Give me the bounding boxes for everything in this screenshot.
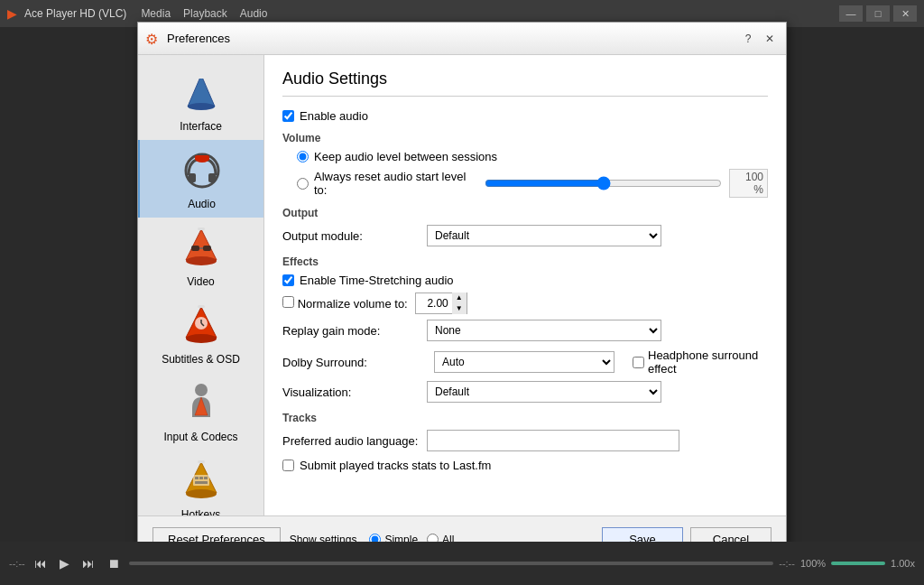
replay-gain-row: Replay gain mode: None Track Album bbox=[282, 320, 768, 341]
dialog-close-button[interactable]: ✕ bbox=[761, 30, 779, 48]
visualization-row: Visualization: Default Spectrum Scope No… bbox=[282, 381, 768, 403]
enable-audio-checkbox[interactable] bbox=[282, 110, 294, 122]
output-module-label: Output module: bbox=[282, 229, 427, 243]
preferences-dialog: ⚙ Preferences ? ✕ bbox=[137, 22, 787, 563]
sidebar-item-subtitles[interactable]: Subtitles & OSD bbox=[138, 295, 263, 373]
preferred-lang-row: Preferred audio language: bbox=[282, 430, 768, 451]
replay-gain-select[interactable]: None Track Album bbox=[427, 320, 661, 341]
volume-bar[interactable] bbox=[831, 562, 885, 565]
svg-point-10 bbox=[186, 256, 217, 265]
svg-marker-0 bbox=[188, 75, 215, 107]
normalize-spinbox-buttons: ▲ ▼ bbox=[452, 292, 467, 314]
normalize-row: Normalize volume to: ▲ ▼ bbox=[282, 292, 768, 314]
time-stretch-checkbox[interactable] bbox=[282, 274, 294, 286]
input-icon bbox=[178, 380, 225, 427]
normalize-checkbox[interactable] bbox=[282, 296, 294, 308]
svg-point-1 bbox=[188, 103, 215, 110]
svg-rect-2 bbox=[197, 75, 206, 79]
sidebar: Interface bbox=[138, 55, 264, 515]
sidebar-item-input[interactable]: Input & Codecs bbox=[138, 373, 263, 450]
sidebar-interface-label: Interface bbox=[180, 120, 222, 133]
subtitles-icon bbox=[178, 302, 225, 349]
svg-rect-12 bbox=[191, 246, 199, 251]
dolby-label: Dolby Surround: bbox=[282, 356, 427, 369]
normalize-down-button[interactable]: ▼ bbox=[452, 303, 467, 314]
lastfm-row: Submit played tracks stats to Last.fm bbox=[282, 459, 768, 472]
video-icon bbox=[178, 225, 225, 272]
time-stretch-label[interactable]: Enable Time-Stretching audio bbox=[282, 274, 454, 287]
play-button[interactable]: ▶ bbox=[56, 552, 73, 574]
sidebar-subtitles-label: Subtitles & OSD bbox=[162, 353, 240, 366]
preferred-lang-input[interactable] bbox=[427, 430, 679, 451]
normalize-up-button[interactable]: ▲ bbox=[452, 292, 467, 303]
replay-gain-label: Replay gain mode: bbox=[282, 324, 427, 338]
headphone-label[interactable]: Headphone surround effect bbox=[633, 348, 768, 376]
reset-audio-radio[interactable] bbox=[297, 178, 309, 190]
content-title: Audio Settings bbox=[282, 70, 768, 97]
reset-audio-row: Always reset audio start level to: 100 % bbox=[297, 169, 768, 198]
volume-label: 100% bbox=[800, 558, 826, 569]
sidebar-item-video[interactable]: Video bbox=[138, 218, 263, 295]
enable-audio-label[interactable]: Enable audio bbox=[282, 109, 368, 123]
normalize-value-input[interactable] bbox=[416, 297, 452, 310]
svg-rect-17 bbox=[198, 305, 205, 308]
normalize-label[interactable]: Normalize volume to: bbox=[282, 296, 408, 311]
sidebar-audio-label: Audio bbox=[188, 198, 216, 210]
stop-button[interactable]: ⏹ bbox=[104, 552, 124, 574]
dialog-help-button[interactable]: ? bbox=[739, 30, 757, 48]
player-bar: --:-- ⏮ ▶ ⏭ ⏹ --:-- 100% 1.00x bbox=[0, 542, 924, 585]
speed-label: 1.00x bbox=[891, 558, 915, 569]
output-section-label: Output bbox=[282, 207, 768, 219]
dialog-title: Preferences bbox=[167, 32, 735, 45]
hotkeys-icon bbox=[178, 458, 225, 505]
dialog-overlay: ⚙ Preferences ? ✕ bbox=[0, 0, 924, 585]
next-button[interactable]: ⏭ bbox=[79, 552, 98, 574]
svg-rect-11 bbox=[198, 228, 205, 230]
svg-rect-30 bbox=[195, 481, 208, 484]
visualization-label: Visualization: bbox=[282, 385, 427, 399]
keep-audio-radio[interactable] bbox=[297, 151, 309, 162]
svg-rect-25 bbox=[198, 460, 205, 463]
svg-point-24 bbox=[186, 489, 217, 498]
svg-rect-28 bbox=[199, 477, 203, 479]
svg-point-16 bbox=[186, 334, 217, 343]
headphone-checkbox[interactable] bbox=[633, 357, 644, 368]
sidebar-input-label: Input & Codecs bbox=[163, 431, 237, 443]
keep-audio-row: Keep audio level between sessions bbox=[297, 150, 768, 163]
volume-value: 100 % bbox=[729, 169, 768, 198]
prev-button[interactable]: ⏮ bbox=[31, 552, 51, 574]
enable-audio-row: Enable audio bbox=[282, 109, 768, 123]
lastfm-label[interactable]: Submit played tracks stats to Last.fm bbox=[282, 459, 491, 472]
svg-marker-9 bbox=[186, 229, 217, 260]
dolby-row: Dolby Surround: Auto On Off Headphone su… bbox=[282, 348, 768, 376]
player-time-left: --:-- bbox=[9, 558, 25, 569]
dialog-icon: ⚙ bbox=[145, 31, 162, 47]
player-time-right: --:-- bbox=[779, 558, 795, 569]
interface-icon bbox=[178, 70, 225, 116]
audio-icon bbox=[179, 147, 226, 194]
dialog-body: Interface bbox=[138, 55, 786, 515]
dolby-select[interactable]: Auto On Off bbox=[434, 351, 614, 373]
sidebar-item-hotkeys[interactable]: Hotkeys bbox=[138, 450, 263, 515]
svg-rect-26 bbox=[193, 475, 209, 486]
sidebar-video-label: Video bbox=[187, 275, 214, 288]
tracks-section-label: Tracks bbox=[282, 412, 768, 424]
lastfm-checkbox[interactable] bbox=[282, 460, 294, 471]
svg-rect-13 bbox=[203, 246, 211, 251]
sidebar-item-interface[interactable]: Interface bbox=[138, 62, 263, 140]
svg-rect-8 bbox=[195, 155, 209, 160]
progress-bar[interactable] bbox=[129, 562, 774, 565]
sidebar-item-audio[interactable]: Audio bbox=[138, 140, 263, 218]
volume-slider[interactable] bbox=[485, 176, 722, 190]
time-stretch-row: Enable Time-Stretching audio bbox=[282, 274, 768, 287]
svg-point-21 bbox=[195, 384, 208, 396]
keep-audio-label[interactable]: Keep audio level between sessions bbox=[297, 150, 497, 163]
volume-section-label: Volume bbox=[282, 132, 768, 144]
content-area: Audio Settings Enable audio Volume Keep … bbox=[264, 55, 786, 515]
preferred-lang-label: Preferred audio language: bbox=[282, 434, 427, 448]
sidebar-hotkeys-label: Hotkeys bbox=[181, 508, 220, 515]
dialog-titlebar: ⚙ Preferences ? ✕ bbox=[138, 23, 786, 55]
svg-rect-29 bbox=[204, 477, 208, 479]
output-module-select[interactable]: Default DirectSound WaveOut OpenAL bbox=[427, 225, 661, 246]
visualization-select[interactable]: Default Spectrum Scope None bbox=[427, 381, 661, 403]
